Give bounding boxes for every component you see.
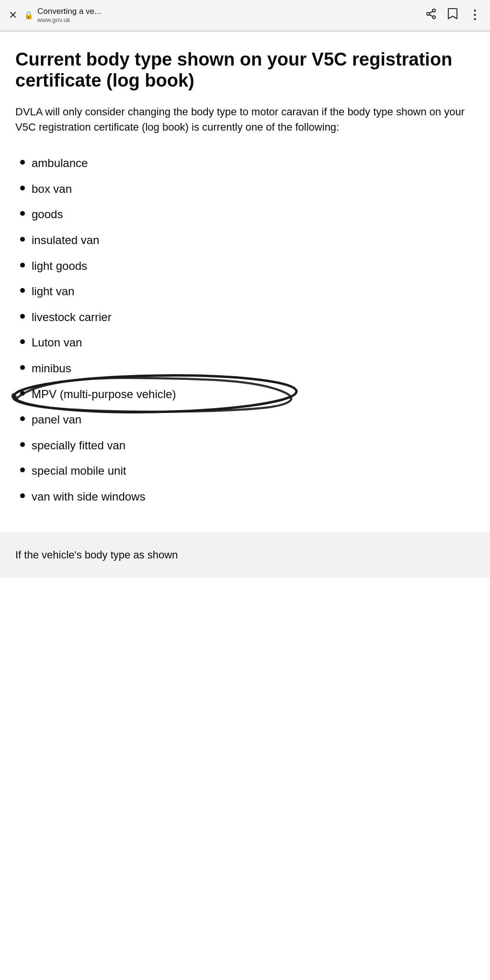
bullet-icon <box>20 288 25 293</box>
url-area[interactable]: 🔒 Converting a ve... www.gov.uk <box>24 7 419 23</box>
page-domain: www.gov.uk <box>37 16 70 23</box>
list-item-van-with-side-windows: van with side windows <box>20 484 475 510</box>
browser-actions: ⋮ <box>425 8 481 23</box>
bullet-icon <box>20 211 25 216</box>
list-item: box van <box>20 176 475 202</box>
list-item-mpv: MPV (multi-purpose vehicle) <box>20 381 475 407</box>
list-item: special mobile unit <box>20 458 475 484</box>
footer-text: If the vehicle's body type as shown <box>15 547 475 563</box>
list-item: livestock carrier <box>20 304 475 330</box>
bookmark-icon[interactable] <box>447 8 458 23</box>
lock-icon: 🔒 <box>24 11 34 20</box>
share-icon[interactable] <box>425 8 437 22</box>
browser-url-display: Converting a ve... www.gov.uk <box>37 7 419 23</box>
svg-line-4 <box>430 11 433 13</box>
list-item-specially-fitted-van: specially fitted van <box>20 433 475 458</box>
list-item-insulated-van: insulated van <box>20 227 475 253</box>
bullet-icon <box>20 263 25 267</box>
list-item: minibus <box>20 356 475 381</box>
page-description: DVLA will only consider changing the bod… <box>15 104 475 135</box>
svg-line-3 <box>430 14 433 16</box>
bullet-icon <box>20 391 25 396</box>
close-icon[interactable]: ✕ <box>9 9 17 22</box>
page-content: Current body type shown on your V5C regi… <box>0 32 490 528</box>
footer-section: If the vehicle's body type as shown <box>0 532 490 578</box>
browser-toolbar: ✕ 🔒 Converting a ve... www.gov.uk ⋮ <box>0 0 490 31</box>
body-type-list: ambulance box van goods insulated van li… <box>20 150 475 509</box>
list-item: light van <box>20 278 475 304</box>
bullet-icon <box>20 160 25 165</box>
more-options-icon[interactable]: ⋮ <box>468 8 481 22</box>
list-item: goods <box>20 201 475 227</box>
bullet-icon <box>20 365 25 370</box>
bullet-icon <box>20 237 25 242</box>
bullet-icon <box>20 339 25 344</box>
list-item: ambulance <box>20 150 475 176</box>
list-item: panel van <box>20 407 475 433</box>
list-item: Luton van <box>20 330 475 356</box>
bullet-icon <box>20 416 25 421</box>
page-title: Current body type shown on your V5C regi… <box>15 49 475 91</box>
bullet-icon <box>20 314 25 319</box>
list-item: light goods <box>20 253 475 279</box>
bullet-icon <box>20 442 25 447</box>
page-tab-title: Converting a ve... <box>37 7 419 16</box>
bullet-icon <box>20 493 25 498</box>
bullet-icon <box>20 468 25 472</box>
bullet-icon <box>20 186 25 190</box>
